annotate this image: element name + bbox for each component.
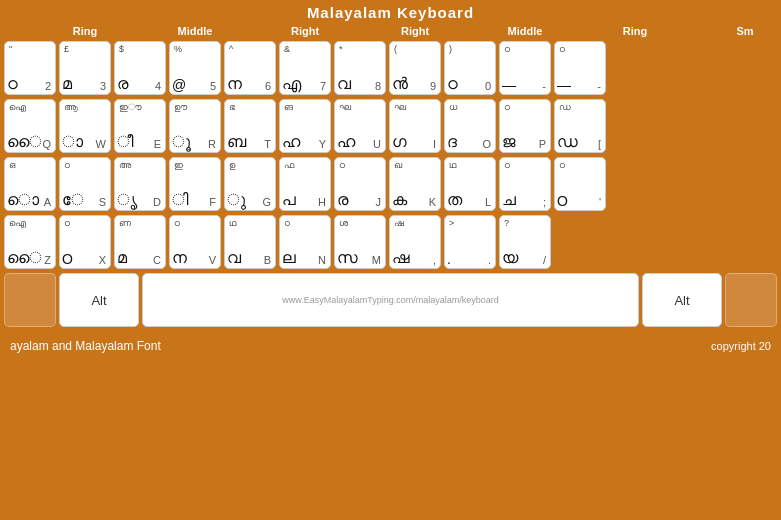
key-f[interactable]: ഇ ി F [169,157,221,211]
key-b[interactable]: ഥ വ B [224,215,276,269]
key-blank-2 [725,273,777,327]
key-5[interactable]: % @ 5 [169,41,221,95]
key-comma[interactable]: ഷ ഷ , [389,215,441,269]
key-u[interactable]: ഘ ഹ U [334,99,386,153]
key-6[interactable]: ^ ന 6 [224,41,276,95]
key-n[interactable]: ഠ ല N [279,215,331,269]
footer-left: ayalam and Malayalam Font [10,339,161,353]
key-equals[interactable]: ഠ — - [554,41,606,95]
key-j[interactable]: ഠ ര J [334,157,386,211]
footer-right: copyright 20 [711,340,771,352]
key-8[interactable]: * വ 8 [334,41,386,95]
key-4[interactable]: $ ര 4 [114,41,166,95]
key-c[interactable]: ണ മ C [114,215,166,269]
key-3[interactable]: £ മ 3 [59,41,111,95]
key-7[interactable]: & എ 7 [279,41,331,95]
url-text: www.EasyMalayalamTyping.com/malayalam/ke… [282,295,499,305]
key-space[interactable]: www.EasyMalayalamTyping.com/malayalam/ke… [142,273,639,327]
key-t[interactable]: ഭ ബ T [224,99,276,153]
finger-label-sm: Sm [719,25,771,37]
key-minus[interactable]: ഠ — - [499,41,551,95]
key-quote[interactable]: ഠ O ' [554,157,606,211]
footer: ayalam and Malayalam Font copyright 20 [0,333,781,359]
key-y[interactable]: ങ ഹ Y [279,99,331,153]
key-period[interactable]: > . . [444,215,496,269]
key-0[interactable]: ) ഠ 0 [444,41,496,95]
title-bar: Malayalam Keyboard [0,0,781,23]
key-h[interactable]: ഫ പ H [279,157,331,211]
finger-label-middle1: Middle [169,25,221,37]
qwerty-row: ഐ ൈ Q ആ ാ W ഇൗ ീ E ഊ ൂ R ഭ ബ T ങ ഹ Y [4,99,777,153]
key-alt-left[interactable]: Alt [59,273,139,327]
key-i[interactable]: ഘ ഗ I [389,99,441,153]
key-z[interactable]: ഐ ൈ Z [4,215,56,269]
key-9[interactable]: ( ൻ 9 [389,41,441,95]
key-g[interactable]: ഉ ു G [224,157,276,211]
key-l[interactable]: ഥ ത L [444,157,496,211]
key-x[interactable]: ഠ O X [59,215,111,269]
key-k[interactable]: ഖ ക K [389,157,441,211]
asdf-row: ഒ ൊ A ഠ േ S അ ൃ D ഇ ി F ഉ ു G ഫ പ H [4,157,777,211]
key-backtick[interactable]: " ഠ 2 [4,41,56,95]
number-row: " ഠ 2 £ മ 3 $ ര 4 % @ 5 ^ ന 6 & എ 7 [4,41,777,95]
zxcv-row: ഐ ൈ Z ഠ O X ണ മ C ഠ ന V ഥ വ B ഠ ല N [4,215,777,269]
key-a[interactable]: ഒ ൊ A [4,157,56,211]
key-o[interactable]: ധ ദ O [444,99,496,153]
key-alt-right[interactable]: Alt [642,273,722,327]
key-w[interactable]: ആ ാ W [59,99,111,153]
key-s[interactable]: ഠ േ S [59,157,111,211]
finger-label-right1: Right [279,25,331,37]
page-title: Malayalam Keyboard [307,4,474,21]
keyboard-area: " ഠ 2 £ മ 3 $ ര 4 % @ 5 ^ ന 6 & എ 7 [0,39,781,333]
key-v[interactable]: ഠ ന V [169,215,221,269]
key-d[interactable]: അ ൃ D [114,157,166,211]
finger-label-ring2: Ring [609,25,661,37]
key-m[interactable]: ശ സ M [334,215,386,269]
key-r[interactable]: ഊ ൂ R [169,99,221,153]
key-slash[interactable]: ? യ / [499,215,551,269]
key-bracket-open[interactable]: ഡ ഡ [ [554,99,606,153]
key-q[interactable]: ഐ ൈ Q [4,99,56,153]
bottom-row: Alt www.EasyMalayalamTyping.com/malayala… [4,273,777,327]
finger-label-ring1: Ring [59,25,111,37]
finger-label-right2: Right [389,25,441,37]
key-e[interactable]: ഇൗ ീ E [114,99,166,153]
key-p[interactable]: ഠ ജ P [499,99,551,153]
key-blank-1 [4,273,56,327]
key-semicolon[interactable]: ഠ ച ; [499,157,551,211]
finger-label-middle2: Middle [499,25,551,37]
